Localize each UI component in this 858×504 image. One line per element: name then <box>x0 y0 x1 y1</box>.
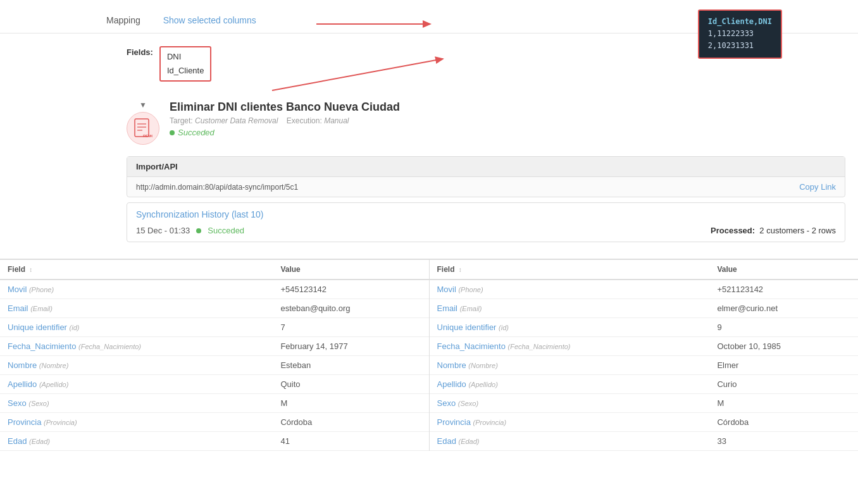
sync-processed: Processed: 2 customers - 2 rows <box>711 226 836 235</box>
target-value: Customer Data Removal <box>195 116 278 125</box>
value-cell: +521123142 <box>709 280 858 299</box>
sync-history-title: Synchronization History (last 10) <box>136 209 836 219</box>
field-cell[interactable]: Email (Email) <box>430 299 710 318</box>
field-cell[interactable]: Movil (Phone) <box>430 280 710 299</box>
fields-box: DNI Id_Cliente <box>159 46 212 82</box>
table-row: Fecha_Nacimiento (Fecha_Nacimiento) Octo… <box>430 337 859 356</box>
table-row: Sexo (Sexo) M <box>430 394 859 413</box>
dropdown-arrow-icon[interactable]: ▼ <box>139 101 147 109</box>
job-meta: Target: Customer Data Removal Execution:… <box>170 116 845 125</box>
job-icon-area: ▼ REMOVE <box>127 101 159 145</box>
fields-section: Fields: DNI Id_Cliente <box>0 34 858 88</box>
value-cell: 33 <box>709 432 858 451</box>
field-item-1: DNI <box>167 50 204 64</box>
left-field-header: Field ↕ <box>0 260 273 280</box>
sync-date: 15 Dec - 01:33 <box>136 226 190 235</box>
value-cell: esteban@quito.org <box>273 299 428 318</box>
table-row: Apellido (Apellido) Quito <box>0 375 429 394</box>
table-row: Edad (Edad) 41 <box>0 432 429 451</box>
table-row: Unique identifier (id) 9 <box>430 318 859 337</box>
code-header-line: Id_Cliente,DNI <box>708 16 772 28</box>
value-cell: elmer@curio.net <box>709 299 858 318</box>
right-data-table: Field ↕ Value Movil (Phone) +521123142 E… <box>430 260 859 451</box>
copy-link-button[interactable]: Copy Link <box>799 182 836 192</box>
field-cell[interactable]: Edad (Edad) <box>0 432 273 451</box>
status-text: Succeded <box>178 128 214 137</box>
table-row: Edad (Edad) 33 <box>430 432 859 451</box>
field-cell[interactable]: Provincia (Provincia) <box>0 413 273 432</box>
field-cell[interactable]: Provincia (Provincia) <box>430 413 710 432</box>
field-cell[interactable]: Sexo (Sexo) <box>0 394 273 413</box>
table-row: Nombre (Nombre) Elmer <box>430 356 859 375</box>
sync-history-section: Synchronization History (last 10) 15 Dec… <box>127 202 845 242</box>
main-content: ▼ REMOVE Eliminar DNI clientes Banco Nue… <box>0 88 858 251</box>
table-row: Apellido (Apellido) Curio <box>430 375 859 394</box>
job-status: Succeded <box>170 128 845 137</box>
value-cell: 41 <box>273 432 428 451</box>
target-label: Target: <box>170 116 193 125</box>
field-cell[interactable]: Nombre (Nombre) <box>430 356 710 375</box>
left-data-table: Field ↕ Value Movil (Phone) +545123142 E… <box>0 260 430 451</box>
table-row: Provincia (Provincia) Córdoba <box>0 413 429 432</box>
data-tables-area: Field ↕ Value Movil (Phone) +545123142 E… <box>0 259 858 451</box>
table-row: Nombre (Nombre) Esteban <box>0 356 429 375</box>
import-api-url-row: http://admin.domain:80/api/data-sync/imp… <box>127 177 845 197</box>
sort-icon-right: ↕ <box>459 266 462 273</box>
left-value-header: Value <box>273 260 428 280</box>
value-cell: M <box>709 394 858 413</box>
value-cell: October 10, 1985 <box>709 337 858 356</box>
value-cell: 7 <box>273 318 428 337</box>
value-cell: +545123142 <box>273 280 428 299</box>
field-cell[interactable]: Unique identifier (id) <box>430 318 710 337</box>
table-row: Provincia (Provincia) Córdoba <box>430 413 859 432</box>
table-row: Movil (Phone) +521123142 <box>430 280 859 299</box>
mapping-bar: Mapping Show selected columns Id_Cliente… <box>0 6 858 34</box>
fields-label: Fields: <box>127 47 153 57</box>
field-cell[interactable]: Movil (Phone) <box>0 280 273 299</box>
field-cell[interactable]: Apellido (Apellido) <box>0 375 273 394</box>
field-cell[interactable]: Fecha_Nacimiento (Fecha_Nacimiento) <box>430 337 710 356</box>
job-header: ▼ REMOVE Eliminar DNI clientes Banco Nue… <box>101 94 845 151</box>
table-row: Email (Email) esteban@quito.org <box>0 299 429 318</box>
page-wrapper: Mapping Show selected columns Id_Cliente… <box>0 0 858 504</box>
mapping-tab[interactable]: Mapping <box>101 13 146 28</box>
import-api-section: Import/API http://admin.domain:80/api/da… <box>127 156 845 197</box>
sync-status-dot-icon <box>196 228 201 233</box>
sort-icon: ↕ <box>29 266 32 273</box>
job-icon: REMOVE <box>127 112 159 145</box>
table-row: Unique identifier (id) 7 <box>0 318 429 337</box>
value-cell: Curio <box>709 375 858 394</box>
field-cell[interactable]: Unique identifier (id) <box>0 318 273 337</box>
value-cell: February 14, 1977 <box>273 337 428 356</box>
table-row: Email (Email) elmer@curio.net <box>430 299 859 318</box>
sync-history-row: 15 Dec - 01:33 Succeded Processed: 2 cus… <box>136 226 836 235</box>
import-api-header: Import/API <box>127 157 845 177</box>
field-cell[interactable]: Nombre (Nombre) <box>0 356 273 375</box>
status-dot-icon <box>170 130 175 135</box>
value-cell: M <box>273 394 428 413</box>
value-cell: Esteban <box>273 356 428 375</box>
field-cell[interactable]: Fecha_Nacimiento (Fecha_Nacimiento) <box>0 337 273 356</box>
sync-status-text: Succeded <box>208 226 244 235</box>
right-value-header: Value <box>709 260 858 280</box>
field-cell[interactable]: Edad (Edad) <box>430 432 710 451</box>
execution-label: Execution: <box>287 116 322 125</box>
value-cell: Córdoba <box>709 413 858 432</box>
value-cell: Elmer <box>709 356 858 375</box>
execution-value: Manual <box>324 116 349 125</box>
table-row: Sexo (Sexo) M <box>0 394 429 413</box>
field-item-2: Id_Cliente <box>167 64 204 78</box>
value-cell: 9 <box>709 318 858 337</box>
svg-text:REMOVE: REMOVE <box>143 134 152 138</box>
table-row: Movil (Phone) +545123142 <box>0 280 429 299</box>
field-cell[interactable]: Sexo (Sexo) <box>430 394 710 413</box>
svg-line-3 <box>272 59 443 90</box>
import-api-url: http://admin.domain:80/api/data-sync/imp… <box>136 183 789 192</box>
show-selected-columns-link[interactable]: Show selected columns <box>158 13 261 28</box>
job-details: Eliminar DNI clientes Banco Nueva Ciudad… <box>170 101 845 137</box>
field-cell[interactable]: Apellido (Apellido) <box>430 375 710 394</box>
field-cell[interactable]: Email (Email) <box>0 299 273 318</box>
value-cell: Quito <box>273 375 428 394</box>
job-title: Eliminar DNI clientes Banco Nueva Ciudad <box>170 101 845 114</box>
table-row: Fecha_Nacimiento (Fecha_Nacimiento) Febr… <box>0 337 429 356</box>
